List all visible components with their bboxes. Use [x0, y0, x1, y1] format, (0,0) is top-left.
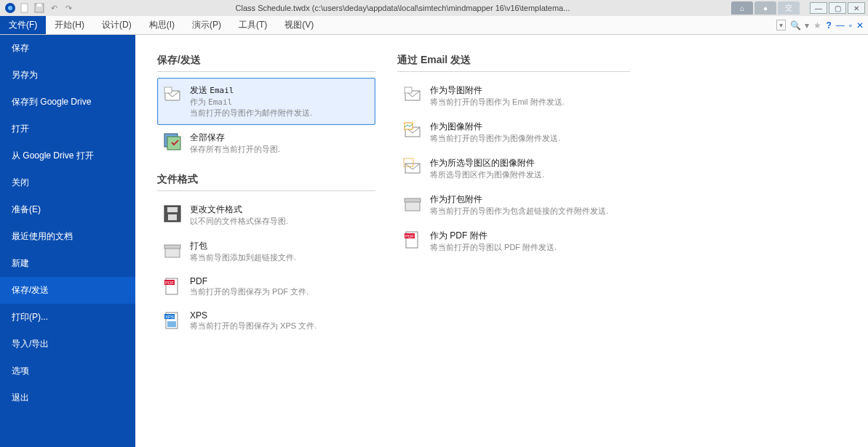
quick-access-toolbar: ↶ ↷ [0, 2, 74, 14]
sidebar-item-options[interactable]: 选项 [0, 358, 135, 384]
option-xps[interactable]: XPS XPS 将当前打开的导图保存为 XPS 文件. [157, 304, 375, 338]
redo-icon[interactable]: ↷ [63, 2, 74, 14]
sidebar-item-open[interactable]: 打开 [0, 116, 135, 142]
label: 当前打开的导图保存为 PDF 文件. [190, 286, 308, 297]
ribbon-tab-view[interactable]: 视图(V) [276, 16, 322, 34]
sidebar-item-exit[interactable]: 退出 [0, 384, 135, 411]
ribbon-tab-present[interactable]: 演示(P) [183, 16, 230, 34]
sidebar-item-prepare[interactable]: 准备(E) [0, 196, 135, 223]
svg-rect-12 [165, 248, 180, 257]
pdf-icon: PDF [162, 276, 183, 297]
label: 将所选导图区作为图像附件发送. [430, 169, 544, 180]
mail-pack-icon [402, 193, 423, 214]
ribbon-dropdown-icon[interactable]: ▾ [776, 20, 786, 31]
option-text: 作为所选导图区的图像附件 将所选导图区作为图像附件发送. [430, 157, 544, 180]
sidebar-item-save-gdrive[interactable]: 保存到 Google Drive [0, 89, 135, 116]
close-button[interactable]: ✕ [848, 2, 865, 14]
sidebar-item-save-send[interactable]: 保存/发送 [0, 277, 135, 304]
option-as-pdf-attachment[interactable]: PDF 作为 PDF 附件 将当前打开的导图以 PDF 附件发送. [397, 223, 630, 259]
option-text: 更改文件格式 以不同的文件格式保存导图. [190, 204, 288, 227]
label: 作为 [190, 97, 206, 106]
ribbon-tab-tools[interactable]: 工具(T) [230, 16, 276, 34]
window-close-icon[interactable]: ✕ [856, 20, 864, 31]
main-panel: 保存/发送 发送 Email 作为 Email 当前打开的导图作为邮件附件发送. [135, 35, 868, 447]
option-text: 作为 PDF 附件 将当前打开的导图以 PDF 附件发送. [430, 230, 557, 253]
sidebar-item-print[interactable]: 打印(P)... [0, 304, 135, 331]
option-as-selected-image-attachment[interactable]: 作为所选导图区的图像附件 将所选导图区作为图像附件发送. [397, 150, 630, 187]
help-icon[interactable]: ? [826, 20, 831, 31]
file-sidebar: 保存 另存为 保存到 Google Drive 打开 从 Google Driv… [0, 35, 135, 447]
min-ribbon-icon[interactable]: — [836, 20, 845, 31]
search-icon[interactable]: 🔍 [790, 20, 800, 31]
svg-rect-27 [405, 201, 420, 211]
ext-tab-2[interactable]: ● [754, 1, 776, 15]
section-file-format: 文件格式 [157, 173, 375, 191]
svg-rect-20 [167, 321, 176, 327]
label: 作为导图附件 [430, 84, 565, 97]
label: 保存所有当前打开的导图. [190, 144, 280, 155]
mail-map-icon [402, 84, 423, 105]
label: 作为打包附件 [430, 193, 608, 206]
label: PDF [190, 276, 308, 286]
mail-select-image-icon [402, 157, 423, 177]
label: 全部保存 [190, 132, 280, 144]
svg-rect-4 [37, 4, 41, 7]
label: 将当前打开的导图作为包含超链接的文件附件发送. [430, 206, 608, 217]
label: 当前打开的导图作为邮件附件发送. [190, 108, 312, 118]
mail-icon [162, 84, 183, 105]
mail-pdf-icon: PDF [402, 230, 423, 250]
sidebar-item-save[interactable]: 保存 [0, 35, 135, 62]
option-save-all[interactable]: 全部保存 保存所有当前打开的导图. [157, 125, 375, 161]
undo-icon[interactable]: ↶ [48, 2, 60, 14]
option-pdf[interactable]: PDF PDF 当前打开的导图保存为 PDF 文件. [157, 270, 375, 304]
option-text: 全部保存 保存所有当前打开的导图. [190, 132, 280, 155]
dropdown-icon[interactable]: ▾ [805, 20, 809, 31]
mail-image-icon [402, 121, 423, 141]
window-title: Class Schedule.twdx (c:\users\deday\appd… [74, 4, 731, 12]
new-icon[interactable] [19, 2, 31, 14]
star-icon[interactable]: ★ [813, 20, 821, 31]
label: 将当前打开的导图作为图像附件发送. [430, 133, 560, 144]
svg-rect-28 [405, 198, 421, 202]
sidebar-item-import-export[interactable]: 导入/导出 [0, 331, 135, 358]
label: Email [210, 86, 234, 95]
ribbon-tab-home[interactable]: 开始(H) [46, 16, 93, 34]
ribbon-tab-design[interactable]: 设计(D) [93, 16, 140, 34]
label: 将当前导图添加到超链接文件. [190, 252, 296, 263]
sidebar-item-new[interactable]: 新建 [0, 250, 135, 277]
sidebar-item-close[interactable]: 关闭 [0, 169, 135, 196]
option-as-pack-attachment[interactable]: 作为打包附件 将当前打开的导图作为包含超链接的文件附件发送. [397, 187, 630, 223]
option-change-format[interactable]: 更改文件格式 以不同的文件格式保存导图. [157, 197, 375, 233]
maximize-button[interactable]: ▢ [829, 2, 846, 14]
label: 打包 [190, 240, 296, 252]
option-as-map-attachment[interactable]: 作为导图附件 将当前打开的导图作为 Emil 附件发送. [397, 78, 630, 114]
ext-tab-3[interactable]: 交 [778, 1, 800, 15]
svg-rect-8 [167, 137, 180, 150]
option-pack[interactable]: 打包 将当前导图添加到超链接文件. [157, 233, 375, 270]
column-save-send: 保存/发送 发送 Email 作为 Email 当前打开的导图作为邮件附件发送. [157, 42, 375, 432]
window-max-icon[interactable]: ▫ [849, 20, 852, 31]
svg-rect-13 [164, 245, 180, 249]
label: 作为 PDF 附件 [430, 230, 557, 242]
app-root: ↶ ↷ Class Schedule.twdx (c:\users\deday\… [0, 0, 868, 447]
ribbon-tab-idea[interactable]: 构思(I) [140, 16, 183, 34]
ribbon-tab-file[interactable]: 文件(F) [0, 16, 46, 34]
ext-tab-1[interactable]: ⌂ [731, 1, 753, 15]
ribbon-right: ▾ 🔍 ▾ ★ ? — ▫ ✕ [776, 16, 864, 34]
option-send-email[interactable]: 发送 Email 作为 Email 当前打开的导图作为邮件附件发送. [157, 78, 375, 125]
svg-text:PDF: PDF [405, 234, 414, 238]
sidebar-item-saveas[interactable]: 另存为 [0, 62, 135, 89]
label: 将当前打开的导图作为 Emil 附件发送. [430, 97, 565, 108]
sidebar-item-open-gdrive[interactable]: 从 Google Drive 打开 [0, 142, 135, 169]
svg-text:XPS: XPS [165, 315, 174, 319]
floppy-icon [162, 204, 183, 224]
option-as-image-attachment[interactable]: 作为图像附件 将当前打开的导图作为图像附件发送. [397, 114, 630, 150]
option-text: 作为图像附件 将当前打开的导图作为图像附件发送. [430, 121, 560, 144]
save-icon[interactable] [33, 2, 45, 14]
option-text: PDF 当前打开的导图保存为 PDF 文件. [190, 276, 308, 297]
sidebar-item-recent[interactable]: 最近使用的文档 [0, 223, 135, 250]
minimize-button[interactable]: — [810, 2, 827, 14]
label: 以不同的文件格式保存导图. [190, 216, 288, 227]
titlebar: ↶ ↷ Class Schedule.twdx (c:\users\deday\… [0, 0, 868, 16]
option-text: 作为导图附件 将当前打开的导图作为 Emil 附件发送. [430, 84, 565, 108]
